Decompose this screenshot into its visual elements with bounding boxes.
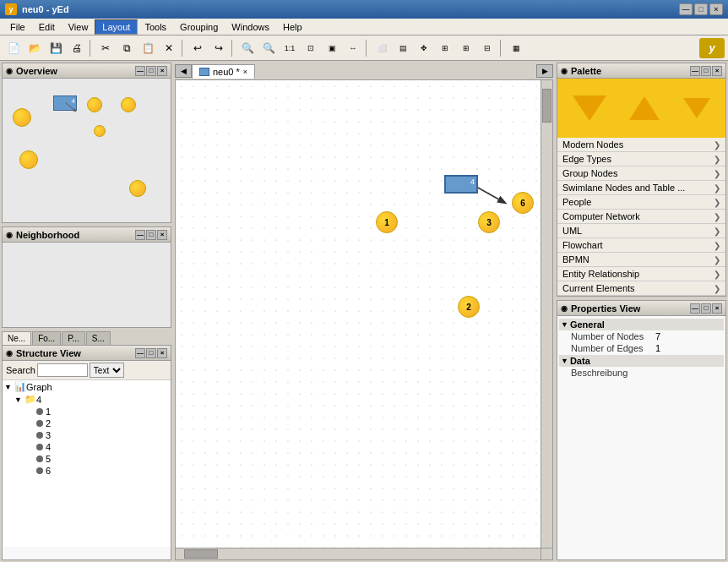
redo-button[interactable]: ↪ [209, 38, 229, 58]
v-scroll-thumb[interactable] [542, 89, 551, 123]
structure-controls[interactable]: — □ × [135, 348, 167, 358]
structure-minimize[interactable]: — [135, 348, 145, 358]
cut-button[interactable]: ✂ [95, 38, 116, 58]
menu-help[interactable]: Help [276, 20, 309, 34]
tree-expand-root[interactable]: ▼ [4, 383, 14, 391]
palette-item-uml[interactable]: UML ❯ [557, 224, 725, 238]
palette-item-people[interactable]: People ❯ [557, 195, 725, 210]
select-none-button[interactable]: ▤ [393, 38, 413, 58]
zoom-fit-page-button[interactable]: ▣ [322, 38, 342, 58]
palette-item-modern-nodes[interactable]: Modern Nodes ❯ [557, 138, 725, 152]
palette-item-entity-relationship[interactable]: Entity Relationship ❯ [557, 267, 725, 281]
canvas-inner[interactable]: 4 1 2 3 5 6 4 [176, 80, 552, 559]
print-button[interactable]: 🖨 [67, 38, 87, 58]
properties-controls[interactable]: — □ × [690, 303, 722, 314]
canvas-wrapper[interactable]: 4 1 2 3 5 6 4 [175, 79, 553, 560]
properties-close[interactable]: × [712, 303, 722, 314]
neighborhood-close[interactable]: × [157, 230, 167, 240]
overview-restore[interactable]: □ [146, 66, 156, 76]
vertical-scrollbar[interactable] [541, 80, 552, 548]
save-button[interactable]: 💾 [46, 38, 66, 58]
canvas-node-2[interactable]: 2 [458, 296, 480, 318]
zoom-fit-button[interactable]: ⊡ [301, 38, 321, 58]
canvas-node-3[interactable]: 3 [478, 211, 500, 233]
neighborhood-controls[interactable]: — □ × [135, 230, 167, 240]
canvas-node-6[interactable]: 6 [512, 192, 534, 214]
copy-button[interactable]: ⧉ [117, 38, 137, 58]
tree-expand-folder[interactable]: ▼ [14, 396, 24, 404]
tab-p[interactable]: P... [62, 331, 85, 345]
overview-minimize[interactable]: — [135, 66, 145, 76]
shape-tri-up[interactable] [629, 96, 660, 120]
neighborhood-minimize[interactable]: — [135, 230, 145, 240]
window-controls[interactable]: — □ × [679, 3, 723, 15]
tab-scroll-left[interactable]: ◀ [175, 64, 192, 78]
canvas-node-rect-4[interactable]: 4 [444, 175, 478, 194]
tab-ne[interactable]: Ne... [2, 331, 31, 345]
select-button[interactable]: ⬜ [372, 38, 392, 58]
move-button[interactable]: ✥ [414, 38, 434, 58]
overview-controls[interactable]: — □ × [135, 66, 167, 76]
tree-item-3[interactable]: 3 [3, 429, 171, 441]
paste-button[interactable]: 📋 [138, 38, 158, 58]
close-button[interactable]: × [709, 3, 723, 15]
zoom-out-button[interactable]: 🔍 [258, 38, 279, 58]
h-scroll-thumb[interactable] [184, 549, 218, 559]
zoom-fit-width-button[interactable]: ↔ [343, 38, 363, 58]
new-button[interactable]: 📄 [3, 38, 24, 58]
tab-s[interactable]: S... [86, 331, 111, 345]
zoom-in-button[interactable]: 🔍 [237, 38, 258, 58]
canvas-node-1[interactable]: 1 [376, 211, 398, 233]
palette-item-group-nodes[interactable]: Group Nodes ❯ [557, 166, 725, 181]
palette-minimize[interactable]: — [690, 66, 700, 76]
structure-restore[interactable]: □ [146, 348, 156, 358]
zoom-region-button[interactable]: ⊞ [435, 38, 455, 58]
palette-restore[interactable]: □ [701, 66, 711, 76]
tree-item-2[interactable]: 2 [3, 417, 171, 429]
properties-minimize[interactable]: — [690, 303, 700, 314]
palette-item-edge-types[interactable]: Edge Types ❯ [557, 152, 725, 166]
palette-item-current-elements[interactable]: Current Elements ❯ [557, 281, 725, 296]
canvas-tab-neu0[interactable]: neu0 * × [192, 64, 255, 79]
open-button[interactable]: 📂 [24, 38, 45, 58]
menu-windows[interactable]: Windows [225, 20, 276, 34]
tree-item-1[interactable]: 1 [3, 406, 171, 417]
menu-view[interactable]: View [62, 20, 95, 34]
menu-edit[interactable]: Edit [32, 20, 62, 34]
zoom-100-button[interactable]: 1:1 [280, 38, 300, 58]
delete-button[interactable]: ✕ [159, 38, 179, 58]
undo-button[interactable]: ↩ [187, 38, 208, 58]
neighborhood-restore[interactable]: □ [146, 230, 156, 240]
shape-tri-down-2[interactable] [683, 98, 710, 118]
palette-button[interactable]: ▦ [506, 38, 526, 58]
menu-file[interactable]: File [3, 20, 32, 34]
shape-tri-down-1[interactable] [573, 95, 606, 121]
tree-item-6[interactable]: 6 [3, 465, 171, 477]
tab-scroll-right[interactable]: ▶ [536, 64, 553, 78]
structure-close[interactable]: × [157, 348, 167, 358]
palette-close[interactable]: × [712, 66, 722, 76]
palette-item-swimlane[interactable]: Swimlane Nodes and Table ... ❯ [557, 181, 725, 195]
menu-tools[interactable]: Tools [138, 20, 173, 34]
palette-item-computer-network[interactable]: Computer Network ❯ [557, 210, 725, 224]
horizontal-scrollbar[interactable] [176, 548, 541, 559]
tree-item-5[interactable]: 5 [3, 453, 171, 465]
palette-item-flowchart[interactable]: Flowchart ❯ [557, 238, 725, 253]
grid-button[interactable]: ⊞ [456, 38, 476, 58]
tab-fo[interactable]: Fo... [32, 331, 61, 345]
search-input[interactable] [37, 363, 88, 377]
overview-close[interactable]: × [157, 66, 167, 76]
tree-item-folder[interactable]: ▼ 📁 4 [3, 393, 171, 406]
tree-root[interactable]: ▼ 📊 Graph [3, 380, 171, 393]
palette-item-bpmn[interactable]: BPMN ❯ [557, 253, 725, 267]
canvas-tab-close[interactable]: × [243, 68, 247, 76]
properties-restore[interactable]: □ [701, 303, 711, 314]
palette-controls[interactable]: — □ × [690, 66, 722, 76]
minimize-button[interactable]: — [679, 3, 693, 15]
menu-grouping[interactable]: Grouping [173, 20, 225, 34]
snap-button[interactable]: ⊟ [477, 38, 497, 58]
tree-item-4[interactable]: 4 [3, 441, 171, 453]
menu-layout[interactable]: Layout [95, 19, 138, 35]
maximize-button[interactable]: □ [694, 3, 708, 15]
search-type-select[interactable]: Text [90, 363, 124, 378]
